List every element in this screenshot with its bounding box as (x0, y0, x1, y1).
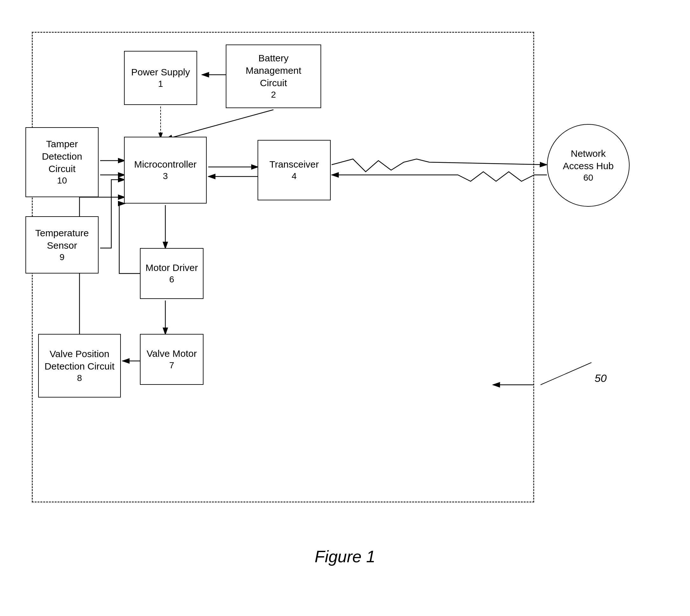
battery-management-block: Battery Management Circuit 2 (226, 45, 321, 108)
hub-label-line2: Access Hub (563, 160, 614, 172)
figure-label: Figure 1 (315, 547, 376, 566)
temp-num: 9 (60, 251, 65, 263)
hub-label-line1: Network (571, 147, 606, 160)
micro-num: 3 (163, 171, 168, 182)
valve-position-block: Valve Position Detection Circuit 8 (38, 334, 121, 397)
tamper-label-line2: Detection (42, 150, 82, 162)
power-supply-num: 1 (158, 78, 163, 90)
valve-motor-block: Valve Motor 7 (140, 334, 203, 385)
valve-pos-label-line1: Valve Position (50, 348, 109, 360)
label-50: 50 (595, 372, 607, 384)
power-supply-block: Power Supply 1 (124, 51, 197, 105)
transceiver-num: 4 (292, 171, 297, 182)
tamper-detection-block: Tamper Detection Circuit 10 (25, 127, 98, 197)
valve-pos-num: 8 (77, 372, 82, 384)
valve-motor-label: Valve Motor (147, 347, 197, 360)
motor-driver-label: Motor Driver (145, 261, 198, 274)
diagram-container: Power Supply 1 Battery Management Circui… (19, 19, 671, 576)
transceiver-block: Transceiver 4 (258, 140, 331, 200)
temperature-sensor-block: Temperature Sensor 9 (25, 216, 98, 273)
temp-label-line2: Sensor (47, 239, 77, 251)
micro-label: Microcontroller (134, 158, 197, 171)
tamper-num: 10 (57, 175, 67, 186)
battery-num: 2 (271, 89, 276, 101)
battery-label-line1: Battery (258, 52, 288, 64)
microcontroller-block: Microcontroller 3 (124, 137, 207, 203)
valve-motor-num: 7 (169, 360, 174, 371)
motor-driver-block: Motor Driver 6 (140, 248, 203, 299)
temp-label-line1: Temperature (35, 227, 89, 239)
hub-num: 60 (583, 172, 593, 183)
network-hub-block: Network Access Hub 60 (547, 124, 629, 207)
battery-label-line2: Management (245, 64, 301, 76)
motor-driver-num: 6 (169, 274, 174, 285)
battery-label-line3: Circuit (260, 76, 287, 89)
tamper-label-line3: Circuit (48, 162, 75, 175)
valve-pos-label-line2: Detection Circuit (45, 360, 114, 372)
transceiver-label: Transceiver (269, 158, 319, 171)
tamper-label-line1: Tamper (46, 138, 78, 150)
power-supply-label: Power Supply (131, 66, 190, 78)
svg-line-13 (540, 362, 592, 385)
